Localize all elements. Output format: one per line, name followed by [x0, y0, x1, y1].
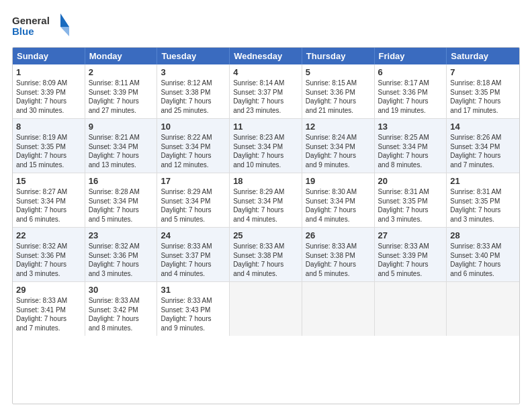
cell-line: and 5 minutes. — [378, 269, 443, 279]
cell-line: and 9 minutes. — [306, 161, 371, 170]
day-number: 28 — [450, 230, 516, 240]
cell-line: Daylight: 7 hours — [89, 97, 154, 106]
calendar-cell: 7Sunrise: 8:18 AMSunset: 3:35 PMDaylight… — [447, 64, 519, 118]
header-day-thursday: Thursday — [302, 48, 375, 64]
calendar-cell: 25Sunrise: 8:33 AMSunset: 3:38 PMDayligh… — [230, 228, 302, 281]
cell-line: Sunrise: 8:33 AM — [233, 242, 298, 251]
cell-line: and 21 minutes. — [306, 106, 371, 116]
cell-line: Sunrise: 8:33 AM — [306, 242, 371, 251]
cell-line: and 9 minutes. — [161, 324, 226, 333]
cell-line: Sunrise: 8:09 AM — [16, 79, 81, 88]
day-number: 4 — [233, 67, 298, 77]
cell-line: and 12 minutes. — [161, 161, 226, 170]
calendar-cell: 15Sunrise: 8:27 AMSunset: 3:34 PMDayligh… — [13, 173, 85, 227]
header-day-saturday: Saturday — [447, 48, 519, 64]
cell-line: Sunset: 3:39 PM — [378, 251, 443, 261]
cell-line: Daylight: 7 hours — [161, 260, 226, 269]
day-number: 24 — [161, 230, 226, 240]
day-number: 27 — [378, 230, 443, 240]
cell-line: Daylight: 7 hours — [16, 151, 81, 161]
cell-line: Daylight: 7 hours — [89, 151, 154, 161]
calendar-cell: 5Sunrise: 8:15 AMSunset: 3:36 PMDaylight… — [302, 64, 375, 118]
cell-line: and 4 minutes. — [233, 215, 298, 224]
cell-line: Sunset: 3:34 PM — [233, 197, 298, 206]
cell-line: Sunrise: 8:17 AM — [378, 79, 443, 88]
cell-line: Daylight: 7 hours — [378, 260, 443, 269]
cell-line: Sunrise: 8:31 AM — [450, 187, 516, 197]
calendar-cell: 26Sunrise: 8:33 AMSunset: 3:38 PMDayligh… — [302, 228, 375, 281]
calendar-cell: 16Sunrise: 8:28 AMSunset: 3:34 PMDayligh… — [85, 173, 158, 227]
svg-text:Blue: Blue — [12, 26, 34, 37]
cell-line: Sunset: 3:34 PM — [161, 197, 226, 206]
cell-line: Sunrise: 8:32 AM — [16, 242, 81, 251]
cell-line: Sunset: 3:38 PM — [233, 251, 298, 261]
day-number: 7 — [450, 67, 516, 77]
calendar-cell: 1Sunrise: 8:09 AMSunset: 3:39 PMDaylight… — [13, 64, 85, 118]
cell-line: Daylight: 7 hours — [450, 260, 516, 269]
calendar-cell — [302, 282, 375, 336]
cell-line: Sunset: 3:34 PM — [161, 142, 226, 152]
cell-line: Sunrise: 8:26 AM — [450, 133, 516, 142]
day-number: 15 — [16, 176, 81, 186]
cell-line: Sunrise: 8:27 AM — [16, 187, 81, 197]
svg-text:General: General — [12, 15, 50, 26]
cell-line: Daylight: 7 hours — [378, 151, 443, 161]
day-number: 23 — [89, 230, 154, 240]
cell-line: Daylight: 7 hours — [306, 205, 371, 215]
cell-line: and 4 minutes. — [161, 269, 226, 279]
cell-line: Sunset: 3:34 PM — [306, 197, 371, 206]
cell-line: Sunrise: 8:33 AM — [450, 242, 516, 251]
cell-line: and 27 minutes. — [89, 106, 154, 116]
calendar-cell: 11Sunrise: 8:23 AMSunset: 3:34 PMDayligh… — [230, 119, 302, 173]
day-number: 10 — [161, 122, 226, 132]
cell-line: Sunset: 3:34 PM — [306, 142, 371, 152]
header-day-wednesday: Wednesday — [230, 48, 302, 64]
calendar-cell: 19Sunrise: 8:30 AMSunset: 3:34 PMDayligh… — [302, 173, 375, 227]
calendar-row-1: 1Sunrise: 8:09 AMSunset: 3:39 PMDaylight… — [13, 64, 519, 119]
cell-line: Sunset: 3:34 PM — [89, 142, 154, 152]
cell-line: and 6 minutes. — [450, 269, 516, 279]
calendar-row-3: 15Sunrise: 8:27 AMSunset: 3:34 PMDayligh… — [13, 173, 519, 228]
cell-line: and 5 minutes. — [89, 215, 154, 224]
cell-line: Daylight: 7 hours — [161, 97, 226, 106]
cell-line: and 25 minutes. — [161, 106, 226, 116]
header-day-monday: Monday — [85, 48, 158, 64]
cell-line: and 5 minutes. — [306, 269, 371, 279]
cell-line: Daylight: 7 hours — [89, 260, 154, 269]
cell-line: Sunrise: 8:33 AM — [89, 296, 154, 306]
cell-line: Sunset: 3:43 PM — [161, 306, 226, 315]
calendar-cell: 12Sunrise: 8:24 AMSunset: 3:34 PMDayligh… — [302, 119, 375, 173]
calendar-cell: 21Sunrise: 8:31 AMSunset: 3:35 PMDayligh… — [447, 173, 519, 227]
page: General Blue SundayMondayTuesdayWednesda… — [0, 0, 532, 411]
cell-line: Sunset: 3:36 PM — [378, 88, 443, 97]
day-number: 18 — [233, 176, 298, 186]
cell-line: and 3 minutes. — [450, 215, 516, 224]
calendar-cell: 27Sunrise: 8:33 AMSunset: 3:39 PMDayligh… — [375, 228, 447, 281]
cell-line: Sunset: 3:34 PM — [16, 197, 81, 206]
day-number: 14 — [450, 122, 516, 132]
cell-line: Daylight: 7 hours — [16, 260, 81, 269]
calendar-cell: 31Sunrise: 8:33 AMSunset: 3:43 PMDayligh… — [157, 282, 230, 336]
cell-line: Sunrise: 8:33 AM — [161, 242, 226, 251]
cell-line: Daylight: 7 hours — [16, 205, 81, 215]
calendar-cell: 23Sunrise: 8:32 AMSunset: 3:36 PMDayligh… — [85, 228, 158, 281]
logo: General Blue — [12, 12, 73, 40]
cell-line: Sunset: 3:34 PM — [450, 142, 516, 152]
cell-line: Sunrise: 8:15 AM — [306, 79, 371, 88]
cell-line: and 30 minutes. — [16, 106, 81, 116]
day-number: 21 — [450, 176, 516, 186]
cell-line: Daylight: 7 hours — [306, 260, 371, 269]
cell-line: Sunrise: 8:29 AM — [233, 187, 298, 197]
cell-line: Sunrise: 8:12 AM — [161, 79, 226, 88]
day-number: 16 — [89, 176, 154, 186]
calendar-row-2: 8Sunrise: 8:19 AMSunset: 3:35 PMDaylight… — [13, 119, 519, 173]
cell-line: Sunset: 3:34 PM — [378, 142, 443, 152]
cell-line: Daylight: 7 hours — [161, 205, 226, 215]
day-number: 25 — [233, 230, 298, 240]
calendar-cell — [230, 282, 302, 336]
cell-line: Sunset: 3:36 PM — [16, 251, 81, 261]
cell-line: Sunrise: 8:21 AM — [89, 133, 154, 142]
cell-line: Sunset: 3:38 PM — [306, 251, 371, 261]
calendar-cell: 4Sunrise: 8:14 AMSunset: 3:37 PMDaylight… — [230, 64, 302, 118]
calendar-row-5: 29Sunrise: 8:33 AMSunset: 3:41 PMDayligh… — [13, 282, 519, 336]
